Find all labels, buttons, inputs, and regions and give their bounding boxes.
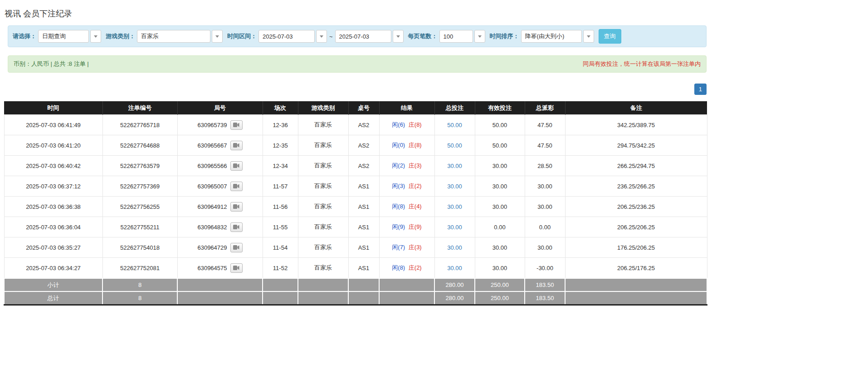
cell-table-no: AS1 bbox=[348, 197, 379, 217]
cell-bet-id: 522627764688 bbox=[102, 135, 177, 156]
date-from-input[interactable] bbox=[258, 30, 315, 43]
round-number: 630965739 bbox=[197, 122, 227, 128]
date-range-label: 时间区间： bbox=[227, 32, 257, 40]
cell-result: 闲(0) 庄(8) bbox=[379, 135, 434, 156]
round-number: 630965566 bbox=[197, 163, 227, 169]
per-page-combo bbox=[439, 30, 485, 43]
round-number: 630964575 bbox=[197, 265, 227, 271]
result-banker: 庄(3) bbox=[409, 244, 422, 251]
total-bet-link[interactable]: 30.00 bbox=[447, 224, 462, 231]
cell-game-type: 百家乐 bbox=[298, 237, 348, 258]
cell-round: 630964729 bbox=[177, 237, 263, 258]
cell-round: 630964832 bbox=[177, 217, 263, 237]
cell-session: 12-34 bbox=[263, 156, 298, 176]
time-sort-dropdown-button[interactable] bbox=[583, 30, 594, 43]
video-camera-icon bbox=[233, 183, 239, 189]
video-camera-icon bbox=[233, 122, 239, 128]
header-time: 时间 bbox=[4, 101, 102, 115]
round-video-button[interactable] bbox=[230, 263, 243, 273]
cell-payout: 30.00 bbox=[525, 237, 565, 258]
cell-total-bet: 30.00 bbox=[434, 197, 475, 217]
round-video-button[interactable] bbox=[230, 243, 243, 252]
cell-note: 206.25/206.25 bbox=[565, 217, 707, 237]
query-type-combo bbox=[38, 30, 101, 43]
cell-payout: 28.50 bbox=[525, 156, 565, 176]
total-label: 总计 bbox=[4, 291, 102, 305]
game-type-dropdown-button[interactable] bbox=[212, 30, 223, 43]
cell-round: 630965739 bbox=[177, 115, 263, 135]
cell-total-bet: 30.00 bbox=[434, 237, 475, 258]
date-to-dropdown-button[interactable] bbox=[393, 30, 404, 43]
query-type-dropdown-button[interactable] bbox=[90, 30, 101, 43]
result-banker: 庄(2) bbox=[409, 264, 422, 271]
round-video-button[interactable] bbox=[230, 161, 243, 171]
date-from-combo bbox=[258, 30, 327, 43]
time-sort-combo bbox=[521, 30, 594, 43]
round-video-button[interactable] bbox=[230, 182, 243, 191]
result-banker: 庄(4) bbox=[409, 203, 422, 210]
round-video-button[interactable] bbox=[230, 222, 243, 232]
round-video-button[interactable] bbox=[230, 120, 243, 130]
cell-round: 630964912 bbox=[177, 197, 263, 217]
table-row: 2025-07-03 06:40:42 522627763579 6309655… bbox=[4, 156, 707, 176]
cell-payout: 47.50 bbox=[525, 115, 565, 135]
total-bet-link[interactable]: 30.00 bbox=[447, 163, 462, 169]
cell-note: 176.25/206.25 bbox=[565, 237, 707, 258]
summary-currency-count: 币别：人民币 | 总共 :8 注单 | bbox=[14, 60, 89, 68]
table-row: 2025-07-03 06:36:38 522627756255 6309649… bbox=[4, 197, 707, 217]
result-banker: 庄(2) bbox=[409, 183, 422, 189]
round-number: 630965667 bbox=[197, 142, 227, 149]
total-bet-link[interactable]: 30.00 bbox=[447, 244, 462, 251]
date-to-combo bbox=[335, 30, 404, 43]
table-row: 2025-07-03 06:37:12 522627757369 6309650… bbox=[4, 176, 707, 197]
pagination: 1 bbox=[4, 84, 707, 95]
dropdown-caret-icon bbox=[478, 35, 482, 38]
cell-round: 630965667 bbox=[177, 135, 263, 156]
total-bet-link[interactable]: 30.00 bbox=[447, 203, 462, 210]
header-round: 局号 bbox=[177, 101, 263, 115]
total-bet-link[interactable]: 50.00 bbox=[447, 122, 462, 128]
table-row: 2025-07-03 06:41:20 522627764688 6309656… bbox=[4, 135, 707, 156]
cell-total-bet: 30.00 bbox=[434, 156, 475, 176]
summary-bar: 币别：人民币 | 总共 :8 注单 | 同局有效投注，统一计算在该局第一张注单内 bbox=[8, 55, 707, 73]
cell-payout: 47.50 bbox=[525, 135, 565, 156]
filter-bar: 请选择： 游戏类别： 时间区间： ~ 每页笔数： 时间排序： bbox=[8, 25, 707, 47]
cell-table-no: AS1 bbox=[348, 258, 379, 279]
per-page-dropdown-button[interactable] bbox=[474, 30, 485, 43]
total-bet-link[interactable]: 30.00 bbox=[447, 183, 462, 190]
cell-session: 11-52 bbox=[263, 258, 298, 279]
date-range-tilde: ~ bbox=[329, 33, 333, 40]
date-from-dropdown-button[interactable] bbox=[316, 30, 327, 43]
result-player: 闲(7) bbox=[392, 244, 405, 251]
dropdown-caret-icon bbox=[215, 35, 219, 38]
cell-time: 2025-07-03 06:41:20 bbox=[4, 135, 102, 156]
cell-game-type: 百家乐 bbox=[298, 217, 348, 237]
header-total-bet: 总投注 bbox=[434, 101, 475, 115]
time-sort-label: 时间排序： bbox=[490, 32, 519, 40]
round-number: 630964832 bbox=[197, 224, 227, 231]
cell-round: 630964575 bbox=[177, 258, 263, 279]
cell-table-no: AS1 bbox=[348, 176, 379, 197]
pagination-page-1[interactable]: 1 bbox=[694, 84, 707, 95]
round-video-button[interactable] bbox=[230, 202, 243, 212]
cell-valid-bet: 30.00 bbox=[475, 156, 525, 176]
game-type-input[interactable] bbox=[137, 30, 210, 43]
date-to-input[interactable] bbox=[335, 30, 391, 43]
cell-time: 2025-07-03 06:36:38 bbox=[4, 197, 102, 217]
cell-table-no: AS1 bbox=[348, 217, 379, 237]
time-sort-input[interactable] bbox=[521, 30, 582, 43]
round-video-button[interactable] bbox=[230, 141, 243, 150]
cell-time: 2025-07-03 06:35:27 bbox=[4, 237, 102, 258]
total-bet-link[interactable]: 50.00 bbox=[447, 142, 462, 149]
cell-game-type: 百家乐 bbox=[298, 135, 348, 156]
cell-valid-bet: 30.00 bbox=[475, 237, 525, 258]
search-button[interactable]: 查询 bbox=[599, 29, 621, 44]
per-page-input[interactable] bbox=[439, 30, 473, 43]
query-type-label: 请选择： bbox=[13, 32, 36, 40]
total-payout: 183.50 bbox=[525, 291, 565, 305]
result-player: 闲(6) bbox=[392, 121, 405, 128]
cell-valid-bet: 0.00 bbox=[475, 217, 525, 237]
query-type-input[interactable] bbox=[38, 30, 89, 43]
total-bet-link[interactable]: 30.00 bbox=[447, 265, 462, 271]
page-title: 视讯 会员下注纪录 bbox=[5, 8, 868, 19]
